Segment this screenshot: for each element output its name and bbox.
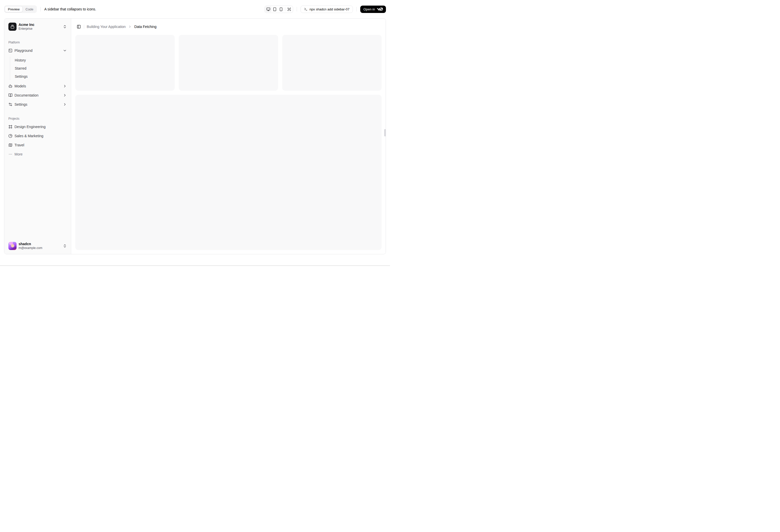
block-description: A sidebar that collapses to icons. (44, 7, 96, 11)
book-open-icon (8, 93, 12, 97)
sidebar-item-models[interactable]: Models (6, 82, 69, 90)
sidebar-item-settings[interactable]: Settings (6, 100, 69, 108)
playground-submenu: History Starred Settings (10, 57, 69, 80)
main-content (71, 35, 386, 254)
separator (40, 7, 41, 11)
block-preview: Acme Inc Enterprise Platform Playground (4, 18, 386, 254)
breadcrumb-parent[interactable]: Building Your Application (87, 24, 126, 29)
placeholder-panel (75, 95, 382, 250)
sidebar-group-platform: Platform Playground History Starred (4, 36, 71, 110)
fullscreen-button[interactable] (286, 6, 292, 12)
sidebar-footer: shadcn m@example.com (4, 238, 71, 254)
separator (356, 7, 357, 11)
main-header: Building Your Application Data Fetching (71, 18, 386, 35)
team-logo (8, 22, 16, 31)
device-tablet-button[interactable] (272, 6, 278, 12)
sidebar-item-label: Playground (14, 49, 61, 53)
group-label-platform: Platform (6, 38, 69, 47)
sidebar-item-label: Models (14, 84, 61, 88)
placeholder-card (282, 35, 382, 91)
open-in-label: Open in (363, 7, 375, 11)
sidebar-item-label: Design Engineering (14, 125, 67, 129)
sidebar-item-travel[interactable]: Travel (6, 141, 69, 149)
app-sidebar: Acme Inc Enterprise Platform Playground (4, 18, 71, 254)
user-text: shadcn m@example.com (18, 242, 61, 250)
sidebar-item-more[interactable]: More (6, 150, 69, 158)
chevron-right-icon (128, 25, 132, 29)
sidebar-toggle-button[interactable] (75, 23, 82, 30)
monitor-icon (266, 7, 270, 11)
square-terminal-icon (8, 49, 12, 53)
placeholder-grid (75, 35, 382, 91)
toolbar-actions: npx shadcn add sidebar-07 Open in (264, 6, 386, 13)
tablet-icon (273, 7, 277, 11)
tab-code[interactable]: Code (22, 6, 36, 12)
chevron-right-icon (63, 102, 67, 106)
sidebar-item-label: Documentation (14, 93, 61, 97)
bot-icon (8, 84, 12, 88)
sidebar-header: Acme Inc Enterprise (4, 18, 71, 35)
sidebar-subitem-starred[interactable]: Starred (13, 65, 69, 72)
settings-2-icon (8, 102, 12, 106)
breadcrumb: Building Your Application Data Fetching (87, 24, 157, 29)
sidebar-item-playground[interactable]: Playground (6, 47, 69, 55)
chevron-right-icon (63, 84, 67, 88)
panel-left-icon (77, 24, 81, 29)
sidebar-item-design-engineering[interactable]: Design Engineering (6, 123, 69, 131)
sidebar-item-sales-marketing[interactable]: Sales & Marketing (6, 132, 69, 140)
team-plan: Enterprise (18, 27, 61, 31)
v0-logo-icon (377, 8, 383, 11)
map-icon (8, 143, 12, 147)
placeholder-card (179, 35, 278, 91)
command-text: npx shadcn add sidebar-07 (310, 7, 350, 11)
sidebar-subitem-history[interactable]: History (13, 57, 69, 64)
team-text: Acme Inc Enterprise (18, 22, 61, 31)
view-tabs: Preview Code (4, 5, 37, 13)
smartphone-icon (279, 7, 283, 11)
copy-command-button[interactable]: npx shadcn add sidebar-07 (300, 6, 353, 13)
user-name: shadcn (18, 242, 61, 247)
terminal-icon (304, 7, 308, 11)
team-switcher[interactable]: Acme Inc Enterprise (6, 20, 69, 33)
breadcrumb-current: Data Fetching (134, 24, 156, 29)
fullscreen-icon (287, 7, 291, 11)
placeholder-card (75, 35, 175, 91)
tab-preview[interactable]: Preview (5, 6, 22, 12)
team-name: Acme Inc (18, 22, 61, 27)
chevrons-up-down-icon (63, 24, 67, 29)
sidebar-content: Platform Playground History Starred (4, 35, 71, 238)
sidebar-item-documentation[interactable]: Documentation (6, 91, 69, 99)
avatar (8, 242, 16, 250)
separator (285, 7, 285, 11)
chevron-right-icon (63, 93, 67, 97)
main-inset: Building Your Application Data Fetching (71, 18, 386, 254)
sidebar-item-label: Sales & Marketing (14, 134, 67, 138)
next-section-edge (0, 265, 390, 266)
sidebar-group-projects: Projects Design Engineering Sales & Mark… (4, 113, 71, 160)
sidebar-item-label: Travel (14, 143, 67, 147)
open-in-v0-button[interactable]: Open in (360, 6, 386, 13)
user-email: m@example.com (18, 246, 61, 250)
separator (84, 24, 84, 29)
group-label-projects: Projects (6, 115, 69, 123)
sidebar-item-label: Settings (14, 102, 61, 106)
separator (297, 7, 297, 11)
sidebar-subitem-settings[interactable]: Settings (13, 73, 69, 80)
page-scrollbar-thumb[interactable] (384, 129, 386, 137)
user-menu-button[interactable]: shadcn m@example.com (6, 240, 69, 252)
device-toggle-group (264, 6, 293, 13)
frame-icon (8, 125, 12, 129)
device-mobile-button[interactable] (278, 6, 284, 12)
ellipsis-icon (8, 152, 12, 156)
gallery-vertical-end-icon (10, 24, 14, 29)
sidebar-item-label: More (14, 152, 67, 156)
chevron-down-icon (63, 49, 67, 53)
chevrons-up-down-icon (63, 244, 67, 248)
block-toolbar: Preview Code A sidebar that collapses to… (0, 0, 390, 18)
pie-chart-icon (8, 134, 12, 138)
device-desktop-button[interactable] (265, 6, 272, 12)
